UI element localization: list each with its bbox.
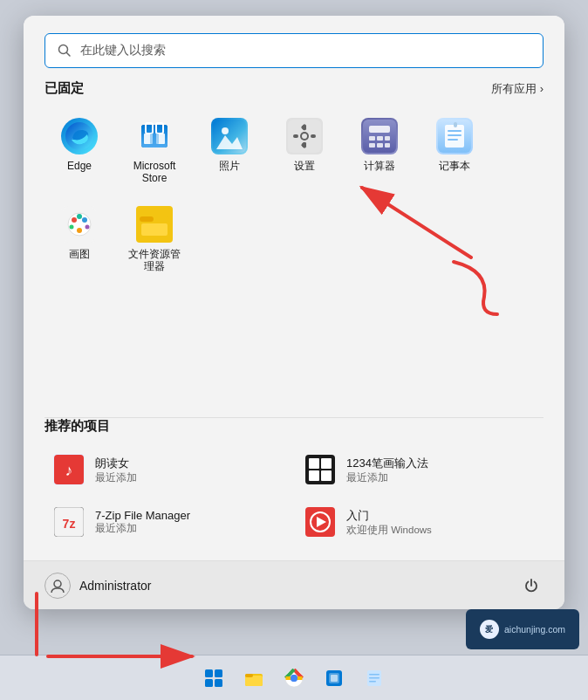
taskbar-start[interactable]	[196, 661, 231, 696]
svg-point-45	[85, 224, 90, 229]
svg-rect-36	[448, 134, 462, 136]
7zip-icon: 7z	[53, 506, 85, 538]
svg-text:7z: 7z	[63, 517, 76, 531]
calculator-icon	[361, 118, 398, 154]
all-apps-link[interactable]: 所有应用 ›	[491, 81, 544, 97]
rec-input[interactable]: 1234笔画输入法 最近添加	[296, 445, 544, 494]
svg-rect-27	[369, 136, 375, 141]
svg-rect-81	[369, 681, 376, 683]
app-photos[interactable]: 照片	[195, 109, 264, 192]
svg-rect-26	[369, 126, 390, 133]
7zip-sub: 最近添加	[95, 522, 190, 535]
app-store[interactable]: Microsoft Store	[120, 109, 189, 192]
app-explorer[interactable]: 文件资源管理器	[120, 197, 189, 280]
taskbar-notepad[interactable]	[357, 661, 392, 696]
explorer-label: 文件资源管理器	[125, 248, 184, 273]
svg-rect-28	[377, 136, 383, 141]
svg-rect-19	[293, 134, 298, 138]
svg-point-16	[302, 134, 307, 139]
taskbar-explorer[interactable]	[236, 661, 271, 696]
user-info[interactable]: Administrator	[44, 573, 151, 599]
svg-rect-38	[454, 122, 457, 127]
svg-rect-57	[309, 470, 319, 481]
svg-rect-50	[140, 216, 154, 222]
user-bar: Administrator	[24, 560, 564, 609]
start-menu: 在此键入以搜索 已固定 所有应用 ›	[24, 16, 564, 609]
taskbar	[0, 655, 588, 700]
input-name: 1234笔画输入法	[346, 456, 428, 471]
all-apps-label: 所有应用	[491, 81, 537, 97]
notepad-label: 记事本	[439, 160, 470, 172]
pinned-title: 已固定	[44, 80, 84, 97]
watermark: 爱 aichunjing.com	[466, 609, 579, 649]
langnu-info: 朗读女 最近添加	[95, 456, 137, 484]
rec-7zip[interactable]: 7z 7-Zip File Manager 最近添加	[44, 498, 292, 546]
apps-grid: Edge	[44, 109, 544, 280]
search-icon	[58, 44, 72, 58]
svg-rect-66	[215, 669, 222, 677]
chevron-right-icon: ›	[540, 82, 544, 95]
paint-icon	[61, 206, 98, 243]
svg-point-44	[70, 224, 74, 229]
svg-rect-71	[245, 674, 253, 677]
7zip-info: 7-Zip File Manager 最近添加	[95, 509, 190, 535]
svg-point-74	[291, 675, 297, 682]
input-info: 1234笔画输入法 最近添加	[346, 456, 428, 484]
svg-rect-79	[369, 674, 379, 676]
svg-rect-51	[141, 223, 168, 236]
user-avatar	[44, 573, 71, 599]
svg-rect-30	[369, 143, 375, 148]
svg-rect-20	[311, 134, 316, 138]
langnu-sub: 最近添加	[95, 471, 137, 484]
watermark-text: aichunjing.com	[504, 624, 565, 635]
recommended-section: 推荐的项目 ♪ 朗读女 最近添加	[24, 418, 564, 560]
pinned-section: 已固定 所有应用 ›	[24, 80, 564, 417]
recommended-header: 推荐的项目	[44, 418, 544, 435]
photos-icon	[211, 118, 248, 154]
app-edge[interactable]: Edge	[44, 109, 114, 192]
settings-icon	[286, 118, 323, 154]
settings-label: 设置	[294, 160, 315, 172]
recommended-title: 推荐的项目	[44, 418, 110, 435]
welcome-info: 入门 欢迎使用 Windows	[346, 508, 432, 537]
svg-rect-35	[448, 130, 462, 132]
taskbar-wsb[interactable]	[317, 661, 352, 696]
svg-point-12	[222, 127, 229, 134]
edge-icon	[61, 118, 98, 154]
svg-text:♪: ♪	[65, 462, 73, 479]
power-button[interactable]	[519, 573, 544, 598]
taskbar-chrome[interactable]	[277, 661, 311, 696]
svg-rect-55	[309, 458, 319, 469]
svg-point-43	[77, 228, 82, 233]
store-label: Microsoft Store	[125, 160, 184, 185]
app-notepad[interactable]: 记事本	[420, 109, 489, 192]
welcome-icon	[304, 506, 336, 538]
svg-rect-58	[321, 470, 332, 481]
svg-rect-37	[448, 139, 458, 141]
app-settings[interactable]: 设置	[270, 109, 339, 192]
search-bar[interactable]: 在此键入以搜索	[44, 33, 544, 68]
input-icon	[304, 454, 336, 485]
watermark-logo-text: 爱	[485, 624, 493, 635]
svg-rect-32	[385, 143, 390, 148]
svg-rect-68	[215, 679, 222, 687]
langnu-icon: ♪	[53, 454, 85, 485]
svg-rect-29	[385, 136, 390, 141]
welcome-sub: 欢迎使用 Windows	[346, 524, 432, 537]
search-section: 在此键入以搜索	[24, 16, 564, 80]
explorer-icon	[136, 206, 173, 243]
svg-rect-10	[150, 134, 159, 144]
app-paint[interactable]: 画图	[44, 197, 114, 280]
svg-point-64	[54, 580, 61, 587]
search-placeholder: 在此键入以搜索	[80, 43, 166, 58]
svg-rect-56	[321, 458, 332, 469]
calculator-label: 计算器	[364, 160, 395, 172]
input-sub: 最近添加	[346, 471, 428, 484]
svg-rect-65	[205, 669, 213, 677]
langnu-name: 朗读女	[95, 456, 137, 471]
rec-langnu[interactable]: ♪ 朗读女 最近添加	[44, 445, 292, 494]
app-calculator[interactable]: 计算器	[345, 109, 414, 192]
svg-point-41	[72, 217, 77, 223]
welcome-name: 入门	[346, 508, 432, 524]
rec-welcome[interactable]: 入门 欢迎使用 Windows	[296, 498, 544, 546]
